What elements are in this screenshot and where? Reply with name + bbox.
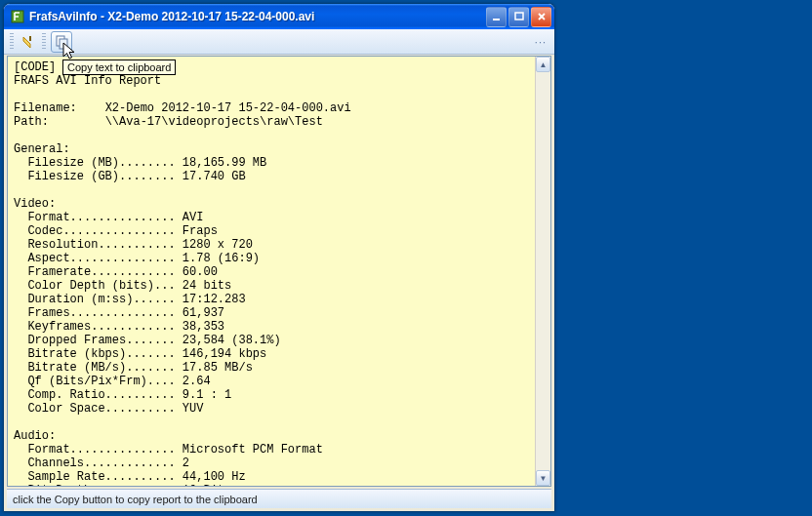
toolbar: ··· [4, 29, 554, 55]
app-icon [10, 9, 25, 24]
video-bitrate-mbs: Bitrate (MB/s)....... 17.85 MB/s [14, 361, 253, 375]
video-frames: Frames............... 61,937 [14, 306, 224, 320]
audio-format: Format............... Microsoft PCM Form… [14, 443, 323, 456]
report-viewport: [CODE] FRAFS AVI Info Report Filename: X… [7, 56, 551, 487]
app-window: FrafsAviInfo - X2-Demo 2012-10-17 15-22-… [3, 3, 555, 512]
report-text[interactable]: [CODE] FRAFS AVI Info Report Filename: X… [8, 57, 535, 486]
video-qf: Qf (Bits/Pix*Frm).... 2.64 [14, 375, 211, 388]
report-heading: FRAFS AVI Info Report [14, 74, 161, 88]
toolbar-grip [42, 33, 46, 51]
general-filesize-mb: Filesize (MB)........ 18,165.99 MB [14, 156, 266, 170]
tooltip: Copy text to clipboard [62, 60, 176, 75]
video-colordepth: Color Depth (bits)... 24 bits [14, 279, 231, 293]
filename-label: Filename: [14, 101, 77, 115]
titlebar[interactable]: FrafsAviInfo - X2-Demo 2012-10-17 15-22-… [4, 4, 554, 29]
general-filesize-gb: Filesize (GB)........ 17.740 GB [14, 170, 246, 183]
general-header: General: [14, 142, 70, 156]
video-format: Format............... AVI [14, 211, 203, 224]
audio-channels: Channels............. 2 [14, 456, 189, 470]
open-file-button[interactable] [19, 31, 40, 53]
maximize-button[interactable] [508, 7, 529, 27]
scroll-down-button[interactable]: ▼ [536, 470, 550, 486]
toolbar-overflow-icon[interactable]: ··· [535, 36, 548, 48]
video-aspect: Aspect............... 1.78 (16:9) [14, 252, 260, 265]
scroll-up-button[interactable]: ▲ [536, 57, 550, 72]
vertical-scrollbar[interactable]: ▲ ▼ [535, 57, 550, 486]
video-framerate: Framerate............ 60.00 [14, 265, 218, 279]
video-bitrate-kbps: Bitrate (kbps)....... 146,194 kbps [14, 347, 266, 361]
video-header: Video: [14, 197, 56, 211]
video-codec: Codec................ Fraps [14, 224, 218, 238]
path-label: Path: [14, 115, 49, 129]
video-compratio: Comp. Ratio.......... 9.1 : 1 [14, 388, 231, 402]
minimize-button[interactable] [486, 7, 507, 27]
svg-rect-3 [29, 36, 31, 41]
video-resolution: Resolution........... 1280 x 720 [14, 238, 253, 252]
svg-rect-2 [515, 13, 523, 20]
statusbar: click the Copy button to copy report to … [7, 489, 551, 508]
path-value: \\Ava-17\videoprojects\raw\Test [105, 115, 323, 129]
audio-header: Audio: [14, 429, 56, 443]
video-keyframes: Keyframes............ 38,353 [14, 320, 224, 334]
toolbar-grip [10, 33, 14, 51]
video-duration: Duration (m:ss)...... 17:12.283 [14, 293, 246, 306]
audio-bitdepth: Bit Depth............ 16 Bits [14, 484, 231, 486]
video-dropped: Dropped Frames....... 23,584 (38.1%) [14, 334, 281, 347]
filename-value: X2-Demo 2012-10-17 15-22-04-000.avi [105, 101, 351, 115]
window-title: FrafsAviInfo - X2-Demo 2012-10-17 15-22-… [29, 10, 486, 23]
window-buttons [486, 7, 551, 27]
code-open: [CODE] [14, 60, 56, 74]
audio-samplerate: Sample Rate.......... 44,100 Hz [14, 470, 246, 484]
statusbar-text: click the Copy button to copy report to … [13, 494, 258, 505]
close-button[interactable] [531, 7, 551, 27]
video-colorspace: Color Space.......... YUV [14, 402, 203, 416]
svg-rect-1 [493, 19, 500, 20]
svg-rect-5 [60, 39, 67, 49]
copy-button[interactable] [51, 31, 72, 53]
scroll-track[interactable] [536, 72, 550, 470]
